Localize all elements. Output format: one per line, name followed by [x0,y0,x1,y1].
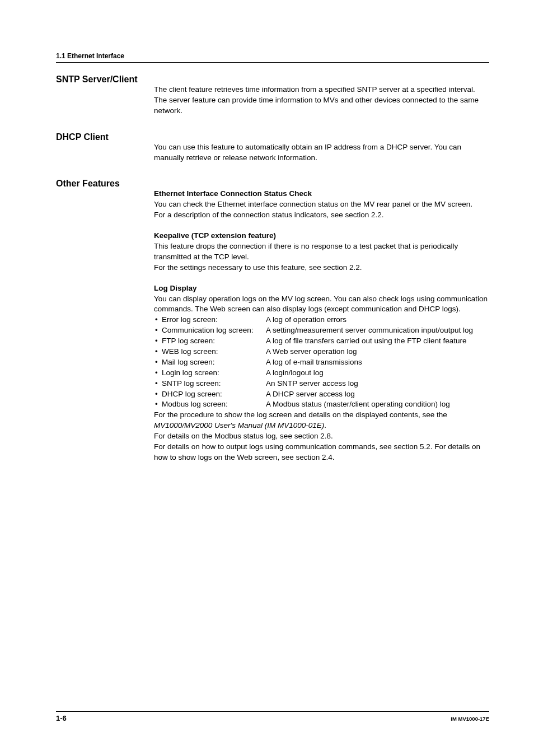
dhcp-body: You can use this feature to automaticall… [56,142,489,164]
log-intro: You can display operation logs on the MV… [154,294,489,315]
list-item: •Login log screen:A login/logout log [154,368,489,379]
other-title: Other Features [56,179,154,189]
keep-p1: This feature drops the connection if the… [154,241,489,263]
list-item: •DHCP log screen:A DHCP server access lo… [154,389,489,400]
sntp-body: The client feature retrieves time inform… [56,85,489,116]
other-section: Other Features [56,175,489,189]
list-item: •WEB log screen:A Web server operation l… [154,347,489,357]
log-title: Log Display [154,283,489,294]
page-footer: 1-6 IM MV1000-17E [56,711,489,722]
doc-id: IM MV1000-17E [451,716,489,722]
list-item: •Error log screen:A log of operation err… [154,315,489,325]
eth-p1: You can check the Ethernet interface con… [154,199,489,210]
dhcp-title: DHCP Client [56,132,154,142]
log-post1b: MV1000/MV2000 User's Manual (IM MV1000-0… [154,421,324,430]
log-sub: Log Display You can display operation lo… [56,283,489,463]
list-item: •Communication log screen:A setting/meas… [154,325,489,336]
sntp-p2: The server feature can provide time info… [154,95,489,116]
keep-p2: For the settings necessary to use this f… [154,263,489,273]
log-post2: For details on the Modbus status log, se… [154,431,489,442]
page-header: 1.1 Ethernet Interface [56,50,489,63]
sntp-title: SNTP Server/Client [56,74,154,85]
log-post3: For details on how to output logs using … [154,442,489,463]
log-post1a: For the procedure to show the log screen… [154,410,447,419]
dhcp-section: DHCP Client [56,129,489,142]
sntp-section: SNTP Server/Client [56,71,489,85]
dhcp-p1: You can use this feature to automaticall… [154,142,489,164]
log-post1c: . [324,421,326,430]
keep-title: Keepalive (TCP extension feature) [154,231,489,241]
log-post1: For the procedure to show the log screen… [154,410,489,431]
list-item: •FTP log screen:A log of file transfers … [154,336,489,347]
eth-sub: Ethernet Interface Connection Status Che… [56,189,489,221]
page: 1.1 Ethernet Interface SNTP Server/Clien… [0,0,534,756]
keep-sub: Keepalive (TCP extension feature) This f… [56,231,489,273]
eth-p2: For a description of the connection stat… [154,210,489,221]
sntp-p1: The client feature retrieves time inform… [154,85,489,95]
list-item: •Modbus log screen:A Modbus status (mast… [154,399,489,410]
eth-title: Ethernet Interface Connection Status Che… [154,189,489,199]
header-section: 1.1 Ethernet Interface [56,52,124,60]
page-number: 1-6 [56,714,67,722]
list-item: •Mail log screen:A log of e-mail transmi… [154,357,489,368]
log-list: •Error log screen:A log of operation err… [154,315,489,410]
list-item: •SNTP log screen:An SNTP server access l… [154,379,489,389]
content: SNTP Server/Client The client feature re… [56,64,489,463]
